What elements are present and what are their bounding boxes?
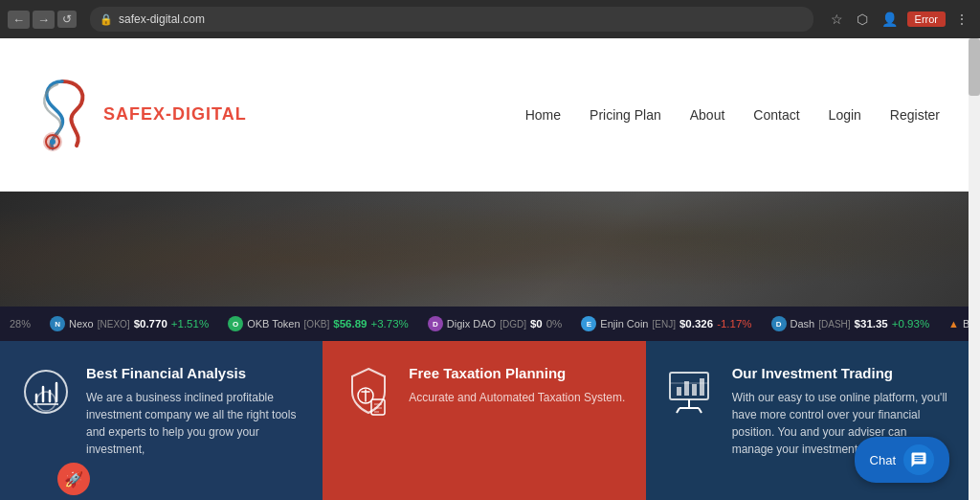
ticker-change: +0.93% — [892, 318, 929, 330]
coin-icon: D — [771, 316, 787, 331]
ticker-price: $31.35 — [855, 318, 888, 330]
trading-title: Our Investment Trading — [732, 365, 949, 381]
svg-line-19 — [677, 408, 679, 413]
financial-content: Best Financial Analysis We are a busines… — [86, 365, 303, 458]
ticker-item: D Dash [DASH] $31.35 +0.93% — [762, 316, 940, 331]
ticker-item: ▲ Basic Attention Token [BAT] $0.249 — [939, 318, 969, 330]
hero-section — [0, 192, 969, 307]
features-section: Best Financial Analysis We are a busines… — [0, 341, 969, 500]
ticker-item: D Digix DAO [DGD] $0 0% — [418, 316, 572, 331]
svg-point-2 — [50, 139, 56, 145]
ticker-item: O OKB Token [OKB] $56.89 +3.73% — [218, 316, 418, 331]
browser-chrome: ← → ↺ 🔒 safex-digital.com ☆ ⬡ 👤 Error ⋮ — [0, 0, 980, 38]
menu-icon[interactable]: ⋮ — [951, 10, 972, 29]
financial-desc: We are a business inclined profitable in… — [86, 389, 303, 458]
scrollbar-thumb[interactable] — [969, 38, 980, 96]
nav-login[interactable]: Login — [829, 102, 861, 127]
nav-pricing[interactable]: Pricing Plan — [590, 102, 661, 127]
browser-action-icons: ☆ ⬡ 👤 Error ⋮ — [827, 10, 972, 29]
bookmark-icon[interactable]: ☆ — [827, 10, 847, 29]
ticker-price: $0.770 — [134, 318, 167, 330]
ticker-change: 0% — [546, 318, 563, 330]
taxation-title: Free Taxation Planning — [409, 365, 626, 381]
ticker-symbol: [NEXO] — [98, 319, 130, 330]
coin-icon: N — [50, 316, 65, 331]
hero-background — [0, 192, 969, 307]
nav-about[interactable]: About — [690, 102, 725, 127]
coin-icon: E — [581, 316, 596, 331]
url-text: safex-digital.com — [119, 12, 205, 26]
coin-icon: D — [428, 316, 443, 331]
ticker-change: +1.51% — [171, 318, 209, 330]
security-icon: 🔒 — [100, 13, 113, 26]
main-nav: Home Pricing Plan About Contact Login Re… — [525, 102, 940, 127]
ticker-item: E Enjin Coin [ENJ] $0.326 -1.17% — [571, 316, 761, 331]
trading-icon-wrap — [665, 365, 718, 418]
chat-label: Chat — [870, 453, 896, 467]
ticker-symbol: [DASH] — [818, 319, 850, 330]
ticker-item: 28% — [0, 318, 40, 330]
feature-card-financial: Best Financial Analysis We are a busines… — [0, 341, 323, 500]
ticker-item: N Nexo [NEXO] $0.770 +1.51% — [40, 316, 218, 331]
coin-icon: ▲ — [948, 318, 959, 330]
financial-title: Best Financial Analysis — [86, 365, 303, 381]
coin-icon: O — [228, 316, 243, 331]
svg-line-20 — [699, 408, 702, 413]
ticker-name: OKB Token — [247, 318, 300, 330]
taxation-content: Free Taxation Planning Accurate and Auto… — [409, 365, 626, 406]
svg-point-4 — [36, 392, 56, 411]
taxation-desc: Accurate and Automated Taxation System. — [409, 389, 626, 406]
reload-button[interactable]: ↺ — [57, 11, 77, 28]
ticker-symbol: [ENJ] — [652, 319, 675, 330]
ticker-symbol: [DGD] — [500, 319, 526, 330]
nav-home[interactable]: Home — [525, 102, 561, 127]
back-button[interactable]: ← — [8, 11, 30, 29]
ticker-symbol: [OKB] — [304, 319, 330, 330]
ticker-price: $0 — [530, 318, 543, 330]
site-header: SAFEX-DIGITAL Home Pricing Plan About Co… — [0, 38, 969, 192]
ticker-price: $56.89 — [333, 318, 367, 330]
page-content: SAFEX-DIGITAL Home Pricing Plan About Co… — [0, 38, 969, 500]
error-button[interactable]: Error — [907, 11, 946, 27]
ticker-price: $0.326 — [679, 318, 713, 330]
svg-rect-15 — [692, 384, 697, 396]
nav-contact[interactable]: Contact — [753, 102, 799, 127]
ticker-change: -1.17% — [717, 318, 751, 330]
ticker-bar: 28% N Nexo [NEXO] $0.770 +1.51% O OKB To… — [0, 307, 969, 341]
ticker-change: +3.73% — [370, 318, 408, 330]
logo-text: SAFEX-DIGITAL — [103, 104, 247, 125]
ticker-name: Nexo — [69, 318, 94, 330]
ticker-name: Dash — [791, 318, 815, 330]
scrollbar[interactable] — [969, 38, 980, 500]
logo-area: SAFEX-DIGITAL — [29, 77, 247, 153]
ticker-content: 28% N Nexo [NEXO] $0.770 +1.51% O OKB To… — [0, 316, 969, 331]
chat-icon — [903, 444, 934, 475]
ticker-name: Digix DAO — [447, 318, 496, 330]
profile-icon[interactable]: 👤 — [878, 10, 902, 29]
url-bar[interactable]: 🔒 safex-digital.com — [90, 7, 813, 32]
financial-icon-wrap — [19, 365, 72, 418]
taxation-icon-wrap — [342, 365, 394, 418]
browser-nav-buttons: ← → ↺ — [8, 11, 77, 29]
extensions-icon[interactable]: ⬡ — [853, 10, 872, 29]
logo-graphic — [29, 77, 96, 153]
chat-button[interactable]: Chat — [855, 437, 949, 483]
rocket-badge: 🚀 — [57, 463, 90, 495]
svg-rect-14 — [684, 381, 689, 396]
forward-button[interactable]: → — [33, 11, 55, 29]
feature-card-taxation: Free Taxation Planning Accurate and Auto… — [323, 341, 645, 500]
svg-rect-16 — [700, 378, 704, 396]
svg-rect-13 — [677, 387, 681, 396]
nav-register[interactable]: Register — [890, 102, 940, 127]
ticker-name: Enjin Coin — [600, 318, 648, 330]
